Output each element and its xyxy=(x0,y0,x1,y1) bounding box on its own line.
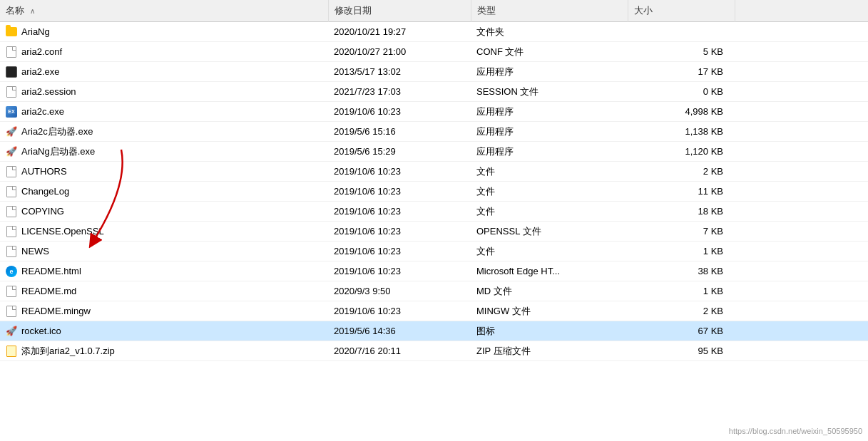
file-date-cell: 2019/10/6 10:23 xyxy=(328,182,471,202)
table-row[interactable]: ChangeLog2019/10/6 10:23文件11 KB xyxy=(0,182,868,202)
file-extra-cell xyxy=(735,281,868,301)
file-type-cell: MD 文件 xyxy=(471,281,628,301)
file-extra-cell xyxy=(735,341,868,361)
table-row[interactable]: README.md2020/9/3 9:50MD 文件1 KB xyxy=(0,281,868,301)
file-type-cell: 应用程序 xyxy=(471,142,628,162)
file-icon xyxy=(6,206,17,217)
file-date-cell: 2019/10/6 10:23 xyxy=(328,222,471,242)
file-date-cell: 2020/9/3 9:50 xyxy=(328,281,471,301)
file-size-cell: 1,138 KB xyxy=(628,122,735,142)
table-row[interactable]: COPYING2019/10/6 10:23文件18 KB xyxy=(0,202,868,222)
file-extra-cell xyxy=(735,162,868,182)
file-table: 名称 ∧ 修改日期 类型 大小 AriaNg2020/10/21 19 xyxy=(0,0,868,361)
file-name-cell: EXaria2c.exe xyxy=(0,102,328,122)
file-name-label: COPYING xyxy=(21,206,64,217)
file-name-label: README.md xyxy=(21,286,76,296)
file-type-cell: OPENSSL 文件 xyxy=(471,222,628,242)
file-date-cell: 2019/10/6 10:23 xyxy=(328,261,471,281)
file-date-cell: 2019/5/6 15:16 xyxy=(328,122,471,142)
table-row[interactable]: eREADME.html2019/10/6 10:23Microsoft Edg… xyxy=(0,261,868,281)
file-name-cell: LICENSE.OpenSSL xyxy=(0,222,328,242)
rocket-icon: 🚀 xyxy=(6,146,17,157)
file-name-label: ChangeLog xyxy=(21,186,69,197)
file-icon xyxy=(6,306,17,317)
file-size-cell: 0 KB xyxy=(628,82,735,102)
file-extra-cell xyxy=(735,261,868,281)
col-header-size[interactable]: 大小 xyxy=(628,0,735,22)
file-name-label: Aria2c启动器.exe xyxy=(21,125,93,138)
file-type-cell: SESSION 文件 xyxy=(471,82,628,102)
file-name-label: aria2.conf xyxy=(21,46,62,57)
file-name-cell: COPYING xyxy=(0,202,328,222)
file-size-cell: 2 KB xyxy=(628,162,735,182)
file-name-cell: aria2.session xyxy=(0,82,328,102)
file-name-label: aria2c.exe xyxy=(21,106,64,117)
file-name-cell: 🚀AriaNg启动器.exe xyxy=(0,142,328,162)
table-row[interactable]: NEWS2019/10/6 10:23文件1 KB xyxy=(0,242,868,261)
rocket-icon: 🚀 xyxy=(6,126,17,138)
table-row[interactable]: EXaria2c.exe2019/10/6 10:23应用程序4,998 KB xyxy=(0,102,868,122)
file-date-cell: 2019/5/6 14:36 xyxy=(328,321,471,341)
file-extra-cell xyxy=(735,22,868,42)
file-name-label: README.html xyxy=(21,266,81,276)
table-row[interactable]: 🚀AriaNg启动器.exe2019/5/6 15:29应用程序1,120 KB xyxy=(0,142,868,162)
file-name-label: AUTHORS xyxy=(21,166,67,177)
file-name-cell: README.md xyxy=(0,281,328,301)
exe-icon: EX xyxy=(6,106,17,118)
file-extra-cell xyxy=(735,242,868,261)
file-size-cell: 5 KB xyxy=(628,42,735,62)
file-type-cell: 文件 xyxy=(471,202,628,222)
file-icon xyxy=(6,186,17,197)
file-name-label: README.mingw xyxy=(21,306,91,316)
file-size-cell: 1,120 KB xyxy=(628,142,735,162)
file-date-cell: 2020/10/21 19:27 xyxy=(328,22,471,42)
col-header-date[interactable]: 修改日期 xyxy=(328,0,471,22)
file-name-cell: 🚀Aria2c启动器.exe xyxy=(0,122,328,142)
table-row[interactable]: 🚀rocket.ico2019/5/6 14:36图标67 KB xyxy=(0,321,868,341)
file-size-cell: 4,998 KB xyxy=(628,102,735,122)
table-row[interactable]: AUTHORS2019/10/6 10:23文件2 KB xyxy=(0,162,868,182)
table-row[interactable]: aria2.session2021/7/23 17:03SESSION 文件0 … xyxy=(0,82,868,102)
file-size-cell: 67 KB xyxy=(628,321,735,341)
file-name-label: aria2.session xyxy=(21,86,76,97)
file-date-cell: 2019/10/6 10:23 xyxy=(328,301,471,321)
file-icon xyxy=(6,46,17,58)
table-row[interactable]: 添加到aria2_v1.0.7.zip2020/7/16 20:11ZIP 压缩… xyxy=(0,341,868,361)
file-name-label: aria2.exe xyxy=(21,66,59,77)
col-header-type[interactable]: 类型 xyxy=(471,0,628,22)
table-row[interactable]: README.mingw2019/10/6 10:23MINGW 文件2 KB xyxy=(0,301,868,321)
table-row[interactable]: AriaNg2020/10/21 19:27文件夹 xyxy=(0,22,868,42)
file-size-cell: 18 KB xyxy=(628,202,735,222)
file-size-cell: 1 KB xyxy=(628,242,735,261)
file-type-cell: 文件 xyxy=(471,162,628,182)
file-extra-cell xyxy=(735,122,868,142)
table-row[interactable]: LICENSE.OpenSSL2019/10/6 10:23OPENSSL 文件… xyxy=(0,222,868,242)
file-extra-cell xyxy=(735,222,868,242)
file-name-label: LICENSE.OpenSSL xyxy=(21,226,104,237)
file-size-cell xyxy=(628,22,735,42)
rocket-icon: 🚀 xyxy=(6,326,17,337)
file-icon xyxy=(6,286,17,297)
file-name-label: rocket.ico xyxy=(21,326,61,336)
table-row[interactable]: aria2.conf2020/10/27 21:00CONF 文件5 KB xyxy=(0,42,868,62)
file-name-label: NEWS xyxy=(21,246,49,256)
table-row[interactable]: 🚀Aria2c启动器.exe2019/5/6 15:16应用程序1,138 KB xyxy=(0,122,868,142)
col-header-name[interactable]: 名称 ∧ xyxy=(0,0,328,22)
file-icon xyxy=(6,246,17,257)
file-date-cell: 2021/7/23 17:03 xyxy=(328,82,471,102)
file-name-cell: aria2.conf xyxy=(0,42,328,62)
file-extra-cell xyxy=(735,321,868,341)
file-size-cell: 17 KB xyxy=(628,62,735,82)
file-type-cell: 应用程序 xyxy=(471,122,628,142)
col-header-extra xyxy=(735,0,868,22)
file-size-cell: 95 KB xyxy=(628,341,735,361)
file-size-cell: 11 KB xyxy=(628,182,735,202)
file-name-label: AriaNg xyxy=(21,26,50,37)
file-size-cell: 38 KB xyxy=(628,261,735,281)
file-type-cell: CONF 文件 xyxy=(471,42,628,62)
file-extra-cell xyxy=(735,182,868,202)
file-name-cell: 🚀rocket.ico xyxy=(0,321,328,341)
table-container: 名称 ∧ 修改日期 类型 大小 AriaNg2020/10/21 19 xyxy=(0,0,868,441)
table-row[interactable]: aria2.exe2013/5/17 13:02应用程序17 KB xyxy=(0,62,868,82)
file-date-cell: 2019/10/6 10:23 xyxy=(328,202,471,222)
